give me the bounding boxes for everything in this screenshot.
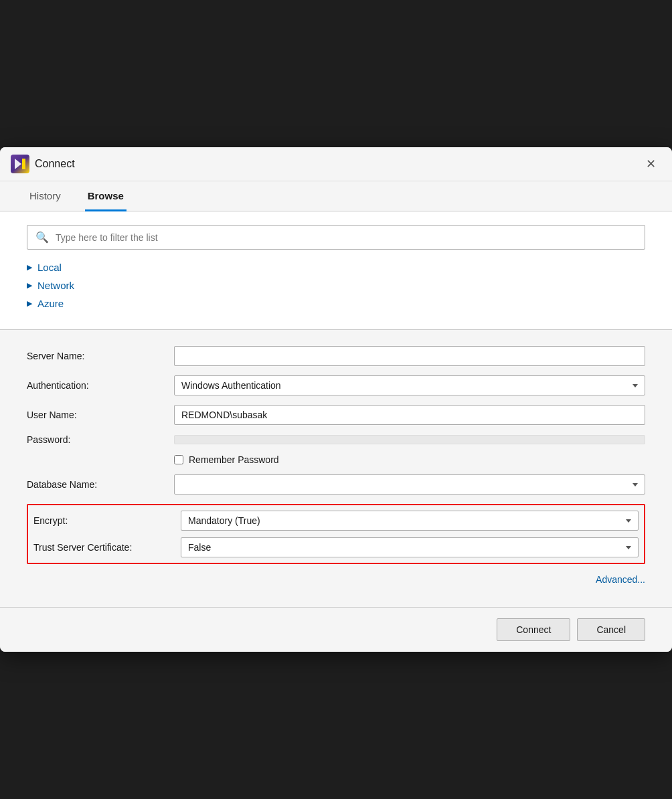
search-box: 🔍 bbox=[27, 225, 645, 250]
remember-password-checkbox[interactable] bbox=[174, 455, 183, 464]
close-button[interactable]: ✕ bbox=[641, 154, 661, 174]
password-input-disabled bbox=[174, 435, 645, 444]
authentication-label: Authentication: bbox=[27, 380, 174, 391]
remember-password-label: Remember Password bbox=[189, 454, 279, 465]
username-row: User Name: bbox=[27, 405, 645, 425]
tree-label-azure: Azure bbox=[37, 298, 64, 309]
advanced-link-container: Advanced... bbox=[27, 573, 645, 586]
highlighted-section: Encrypt: Mandatory (True) Optional (Fals… bbox=[27, 504, 645, 564]
authentication-row: Authentication: Windows Authentication S… bbox=[27, 375, 645, 395]
trust-cert-row: Trust Server Certificate: False True bbox=[28, 537, 644, 557]
database-name-control bbox=[174, 474, 645, 495]
database-name-row: Database Name: bbox=[27, 474, 645, 495]
svg-marker-0 bbox=[15, 159, 21, 169]
database-name-label: Database Name: bbox=[27, 479, 174, 490]
tree-label-network: Network bbox=[37, 280, 74, 291]
advanced-link[interactable]: Advanced... bbox=[596, 574, 645, 585]
remember-password-row: Remember Password bbox=[174, 454, 645, 465]
encrypt-row: Encrypt: Mandatory (True) Optional (Fals… bbox=[28, 511, 644, 531]
password-control bbox=[174, 435, 645, 444]
title-bar: Connect ✕ bbox=[0, 147, 672, 181]
encrypt-select[interactable]: Mandatory (True) Optional (False) Strict… bbox=[181, 511, 639, 531]
connect-dialog: Connect ✕ History Browse 🔍 ▶ Local ▶ Net… bbox=[0, 147, 672, 652]
server-name-control bbox=[174, 346, 645, 366]
trust-cert-control: False True bbox=[181, 537, 639, 557]
encrypt-control: Mandatory (True) Optional (False) Strict… bbox=[181, 511, 639, 531]
tab-bar: History Browse bbox=[0, 181, 672, 211]
tree-item-local[interactable]: ▶ Local bbox=[27, 262, 645, 273]
tree-label-local: Local bbox=[37, 262, 62, 273]
server-name-label: Server Name: bbox=[27, 351, 174, 361]
username-input[interactable] bbox=[174, 405, 645, 425]
search-icon: 🔍 bbox=[35, 231, 49, 244]
connect-button[interactable]: Connect bbox=[497, 618, 570, 641]
search-input[interactable] bbox=[56, 232, 637, 243]
password-row: Password: bbox=[27, 434, 645, 445]
trust-cert-label: Trust Server Certificate: bbox=[33, 542, 181, 553]
button-bar: Connect Cancel bbox=[0, 607, 672, 652]
connection-form: Server Name: Authentication: Windows Aut… bbox=[0, 330, 672, 607]
tree-item-network[interactable]: ▶ Network bbox=[27, 280, 645, 291]
tab-history[interactable]: History bbox=[27, 182, 64, 211]
username-label: User Name: bbox=[27, 410, 174, 420]
browse-panel: 🔍 ▶ Local ▶ Network ▶ Azure bbox=[0, 211, 672, 330]
authentication-control: Windows Authentication SQL Server Authen… bbox=[174, 375, 645, 395]
encrypt-label: Encrypt: bbox=[33, 515, 181, 526]
cancel-button[interactable]: Cancel bbox=[577, 618, 645, 641]
trust-cert-select[interactable]: False True bbox=[181, 537, 639, 557]
app-icon bbox=[11, 155, 29, 173]
server-name-row: Server Name: bbox=[27, 346, 645, 366]
tree-item-azure[interactable]: ▶ Azure bbox=[27, 298, 645, 309]
chevron-right-icon: ▶ bbox=[27, 263, 32, 272]
database-name-select[interactable] bbox=[174, 474, 645, 495]
server-name-input[interactable] bbox=[174, 346, 645, 366]
svg-rect-1 bbox=[22, 159, 25, 169]
username-control bbox=[174, 405, 645, 425]
tab-browse[interactable]: Browse bbox=[85, 182, 127, 211]
dialog-title: Connect bbox=[35, 158, 75, 170]
password-label: Password: bbox=[27, 434, 174, 445]
chevron-right-icon: ▶ bbox=[27, 281, 32, 290]
title-bar-left: Connect bbox=[11, 155, 75, 173]
authentication-select[interactable]: Windows Authentication SQL Server Authen… bbox=[174, 375, 645, 395]
chevron-right-icon: ▶ bbox=[27, 299, 32, 308]
